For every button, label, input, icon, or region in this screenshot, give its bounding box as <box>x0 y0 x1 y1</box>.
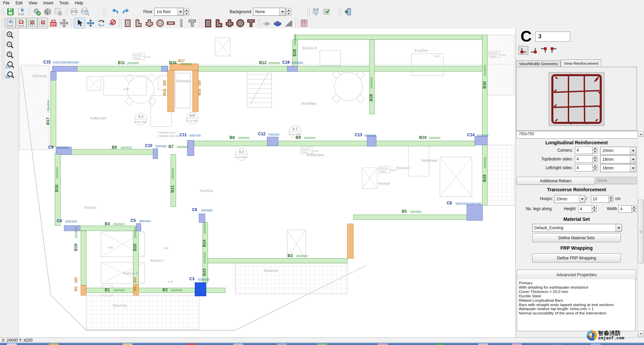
toolbar-grip[interactable] <box>339 8 341 16</box>
advanced-properties-button[interactable]: Advanced Properties <box>517 269 636 280</box>
beam[interactable] <box>77 66 168 71</box>
tee-top-button[interactable] <box>187 18 198 29</box>
building-3d-button[interactable] <box>299 18 309 29</box>
beam[interactable] <box>482 35 487 144</box>
rebar-count-stepper[interactable] <box>592 155 597 162</box>
settings-check-button[interactable] <box>32 6 42 17</box>
zoom-extents-button[interactable] <box>4 51 16 60</box>
column[interactable] <box>287 66 297 71</box>
member-number-input[interactable]: 3 <box>535 32 570 42</box>
legs-width-input[interactable]: 4 <box>618 205 633 213</box>
toolbar-grip[interactable] <box>258 19 260 27</box>
shear-wall[interactable] <box>81 285 86 295</box>
beam[interactable] <box>51 71 56 147</box>
rebar-count-stepper[interactable] <box>592 164 597 171</box>
chevron-down-icon[interactable] <box>279 8 285 15</box>
floor-select[interactable]: 1st floor <box>154 8 184 16</box>
toolbar-grip[interactable] <box>104 8 106 16</box>
hoops-spacing-input[interactable]: 10 <box>591 195 610 203</box>
rect-column-filled-button[interactable] <box>203 18 213 29</box>
menu-edit[interactable]: Edit <box>12 0 26 6</box>
column[interactable] <box>467 205 483 220</box>
insertion-point-button-4[interactable] <box>549 46 558 55</box>
column[interactable] <box>267 137 278 146</box>
menu-view[interactable]: View <box>26 0 40 6</box>
taskbar-app-icon[interactable] <box>591 343 601 345</box>
legs-width-stepper[interactable] <box>631 205 636 212</box>
taskbar-app-icon[interactable] <box>122 343 133 345</box>
renumber-grid-button[interactable]: 132 <box>311 6 321 17</box>
toolbar-grip[interactable] <box>71 19 73 27</box>
taskbar-app-icon[interactable] <box>49 343 59 345</box>
wall-section-button[interactable] <box>165 18 176 29</box>
define-material-sets-button[interactable]: Define Material Sets <box>532 233 621 242</box>
rebar-count-stepper[interactable] <box>592 147 597 153</box>
beam[interactable] <box>194 141 475 146</box>
print-preview-button[interactable] <box>80 6 90 17</box>
shear-wall[interactable] <box>167 70 174 112</box>
insertion-point-button-1[interactable] <box>518 46 528 55</box>
column[interactable] <box>136 224 141 231</box>
tab-view-reinforcement[interactable]: View Reinforcement <box>561 59 601 67</box>
rebar-diameter-select[interactable]: 16mm <box>600 164 636 172</box>
taskbar-app-icon[interactable] <box>186 343 196 345</box>
slab-button[interactable] <box>261 18 272 29</box>
zoom-in-button[interactable] <box>4 31 16 40</box>
background-select[interactable]: None <box>253 8 286 16</box>
beam[interactable] <box>198 66 482 71</box>
red-columns-button[interactable] <box>48 18 59 29</box>
define-frp-wrapping-button[interactable]: Define FRP Wrapping <box>532 253 621 262</box>
column[interactable] <box>161 66 167 71</box>
menu-insert[interactable]: Insert <box>40 0 56 6</box>
legs-height-stepper[interactable] <box>592 205 597 212</box>
delete-tool-button[interactable] <box>107 18 117 29</box>
menu-help[interactable]: Help <box>72 0 86 6</box>
scroll-up-icon[interactable] <box>638 131 644 137</box>
rebar-count-input[interactable]: 4 <box>575 155 594 163</box>
chevron-down-icon[interactable] <box>630 156 636 163</box>
toolbar-grip[interactable] <box>2 19 4 27</box>
bar-section-button[interactable] <box>176 18 187 29</box>
menu-file[interactable]: File <box>0 0 12 6</box>
taskbar-app-icon[interactable] <box>512 343 522 345</box>
stairs-button[interactable] <box>283 18 294 29</box>
beam[interactable] <box>207 258 347 263</box>
t-column-button[interactable] <box>144 18 155 29</box>
taskbar-app-icon[interactable] <box>277 343 287 345</box>
toolbar-grip[interactable] <box>2 8 4 16</box>
zoom-window-button[interactable] <box>4 61 16 70</box>
beam[interactable] <box>295 35 482 40</box>
toolbar-grip[interactable] <box>199 19 202 27</box>
grid-settings-button[interactable] <box>53 6 64 17</box>
slab-blue-button[interactable] <box>272 18 283 29</box>
chevron-down-icon[interactable] <box>177 8 183 15</box>
background-stepper[interactable] <box>286 8 291 15</box>
rebar-diameter-select[interactable]: 20mm <box>600 147 636 155</box>
windows-taskbar[interactable] <box>0 343 644 345</box>
floor-plan[interactable]: A 3 E=81.20M² K/X E=19.09M² A 2 E=69.50M… <box>19 29 515 337</box>
select-tool-button[interactable] <box>75 18 85 29</box>
grid-columns-button[interactable] <box>27 18 37 29</box>
legs-height-input[interactable]: 4 <box>578 205 593 213</box>
taskbar-app-icon[interactable] <box>378 343 388 345</box>
shear-wall[interactable] <box>347 224 353 258</box>
tab-view-modify-geometry[interactable]: View/Modify Geometry <box>516 60 561 67</box>
rebar-diameter-select[interactable]: 16mm <box>600 155 636 163</box>
dwg-view-button[interactable]: DWG <box>5 18 16 29</box>
column[interactable] <box>52 66 77 71</box>
taskbar-app-icon[interactable] <box>317 343 327 345</box>
rebar-count-input[interactable]: 4 <box>575 147 594 154</box>
column[interactable] <box>199 214 205 223</box>
undo-button[interactable] <box>110 6 120 17</box>
toolbar-grip[interactable] <box>307 8 310 16</box>
cube-3d-button[interactable] <box>42 6 53 17</box>
scrollbar-thumb[interactable] <box>638 200 644 263</box>
l-column-button[interactable] <box>133 18 144 29</box>
chevron-down-icon[interactable] <box>630 147 636 154</box>
column-group-button[interactable] <box>59 18 69 29</box>
beam[interactable] <box>353 215 467 219</box>
export-dwg-button[interactable]: DWG <box>16 6 27 17</box>
check-model-button[interactable] <box>321 6 332 17</box>
chevron-down-icon[interactable] <box>630 164 636 172</box>
taskbar-app-icon[interactable] <box>478 343 488 345</box>
